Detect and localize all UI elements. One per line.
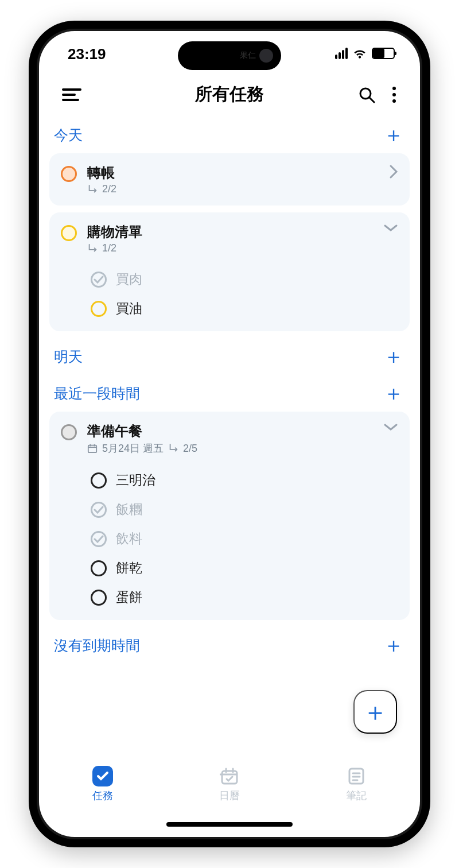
task-list[interactable]: 今天 ＋ 轉帳 2/2 — [39, 117, 420, 760]
plus-icon: ＋ — [383, 383, 404, 404]
subtask-label: 買油 — [116, 300, 142, 317]
svg-point-6 — [392, 93, 396, 96]
tab-calendar[interactable]: 日曆 — [219, 766, 240, 803]
task-meta: 1/2 — [87, 242, 373, 254]
svg-rect-8 — [88, 445, 96, 453]
add-task-recent-button[interactable]: ＋ — [381, 381, 406, 406]
subtask-list: 三明治 飯糰 飲料 — [49, 466, 410, 620]
search-button[interactable] — [356, 84, 378, 106]
menu-icon — [62, 87, 81, 102]
cellular-signal-icon — [335, 48, 348, 59]
subtask-toggle[interactable] — [91, 272, 107, 288]
chevron-right-icon — [388, 164, 398, 182]
task-progress: 1/2 — [102, 242, 116, 254]
task-card-lunch[interactable]: 準備午餐 5月24日 週五 — [49, 412, 410, 620]
task-toggle[interactable] — [61, 225, 77, 241]
subtask-count-icon — [168, 443, 178, 454]
subtask-label: 三明治 — [116, 471, 155, 489]
subtask-item-drink[interactable]: 飲料 — [61, 524, 398, 553]
plus-icon: ＋ — [363, 695, 388, 729]
battery-icon — [372, 48, 395, 59]
checkmark-icon — [94, 276, 104, 284]
island-avatar-icon — [259, 49, 273, 63]
status-time: 23:19 — [68, 45, 106, 63]
task-title: 轉帳 — [87, 164, 378, 182]
svg-rect-1 — [62, 94, 76, 96]
add-task-tomorrow-button[interactable]: ＋ — [381, 344, 406, 369]
section-title: 今天 — [54, 126, 83, 145]
subtask-label: 飯糰 — [116, 501, 142, 518]
subtask-item-oil[interactable]: 買油 — [61, 294, 398, 323]
subtask-item-eggcrepe[interactable]: 蛋餅 — [61, 583, 398, 612]
more-button[interactable] — [389, 84, 399, 106]
svg-rect-2 — [62, 99, 79, 101]
section-header-recent[interactable]: 最近一段時間 ＋ — [49, 375, 410, 412]
section-header-tomorrow[interactable]: 明天 ＋ — [49, 338, 410, 375]
subtask-label: 飲料 — [116, 530, 142, 548]
svg-rect-0 — [62, 88, 81, 91]
chevron-down-icon[interactable] — [383, 422, 398, 435]
subtask-toggle[interactable] — [91, 301, 107, 317]
subtask-item-riceball[interactable]: 飯糰 — [61, 495, 398, 524]
menu-button[interactable] — [60, 85, 84, 104]
tasks-tab-icon — [92, 766, 113, 786]
subtask-item-sandwich[interactable]: 三明治 — [61, 466, 398, 495]
wifi-icon — [352, 48, 367, 59]
checkmark-icon — [94, 535, 104, 543]
subtask-toggle[interactable] — [91, 560, 107, 576]
task-card-shopping[interactable]: 購物清單 1/2 — [49, 212, 410, 331]
subtask-label: 蛋餅 — [116, 588, 142, 606]
svg-point-7 — [392, 99, 396, 103]
subtask-toggle[interactable] — [91, 502, 107, 518]
add-task-undated-button[interactable]: ＋ — [381, 633, 406, 658]
subtask-count-icon — [87, 243, 98, 254]
tab-tasks[interactable]: 任務 — [92, 766, 113, 803]
subtask-count-icon — [87, 184, 98, 195]
subtask-item-meat[interactable]: 買肉 — [61, 265, 398, 294]
svg-line-4 — [369, 98, 374, 102]
dynamic-island: 果仁 — [178, 41, 281, 70]
plus-icon: ＋ — [383, 635, 404, 656]
plus-icon: ＋ — [383, 346, 404, 367]
tab-notes[interactable]: 筆記 — [346, 766, 367, 803]
search-icon — [358, 86, 375, 103]
subtask-item-biscuit[interactable]: 餅乾 — [61, 553, 398, 583]
new-task-fab[interactable]: ＋ — [353, 690, 397, 734]
svg-point-5 — [392, 87, 396, 90]
notes-tab-icon — [346, 766, 367, 786]
subtask-label: 買肉 — [116, 270, 142, 288]
subtask-label: 餅乾 — [116, 559, 142, 577]
subtask-list: 買肉 買油 — [49, 265, 410, 331]
phone-inner: 果仁 23:19 — [37, 29, 422, 839]
task-toggle[interactable] — [61, 424, 77, 440]
plus-icon: ＋ — [383, 125, 404, 145]
add-task-today-button[interactable]: ＋ — [381, 122, 406, 148]
subtask-toggle[interactable] — [91, 531, 107, 547]
task-title: 購物清單 — [87, 223, 373, 241]
task-progress: 2/5 — [183, 443, 197, 455]
section-header-today[interactable]: 今天 ＋ — [49, 117, 410, 153]
tab-label: 日曆 — [219, 789, 240, 803]
section-title: 最近一段時間 — [54, 384, 140, 403]
subtask-toggle[interactable] — [91, 472, 107, 489]
task-progress: 2/2 — [102, 183, 116, 195]
task-toggle[interactable] — [61, 166, 77, 182]
subtask-toggle[interactable] — [91, 590, 107, 606]
app-header: 所有任務 — [39, 77, 420, 113]
calendar-icon — [87, 443, 98, 454]
tab-label: 筆記 — [346, 789, 367, 803]
section-header-undated[interactable]: 沒有到期時間 ＋ — [49, 627, 410, 664]
phone-frame: 果仁 23:19 — [29, 21, 430, 847]
section-title: 沒有到期時間 — [54, 636, 140, 655]
task-meta: 5月24日 週五 2/5 — [87, 441, 373, 455]
more-vertical-icon — [391, 86, 397, 103]
page-title: 所有任務 — [195, 83, 264, 106]
section-title: 明天 — [54, 347, 83, 366]
chevron-down-icon[interactable] — [383, 223, 398, 235]
task-card-transfer[interactable]: 轉帳 2/2 — [49, 153, 410, 206]
home-indicator[interactable] — [166, 822, 293, 827]
tab-label: 任務 — [92, 789, 113, 803]
task-meta: 2/2 — [87, 183, 378, 195]
task-title: 準備午餐 — [87, 422, 373, 440]
task-date: 5月24日 週五 — [102, 441, 164, 455]
